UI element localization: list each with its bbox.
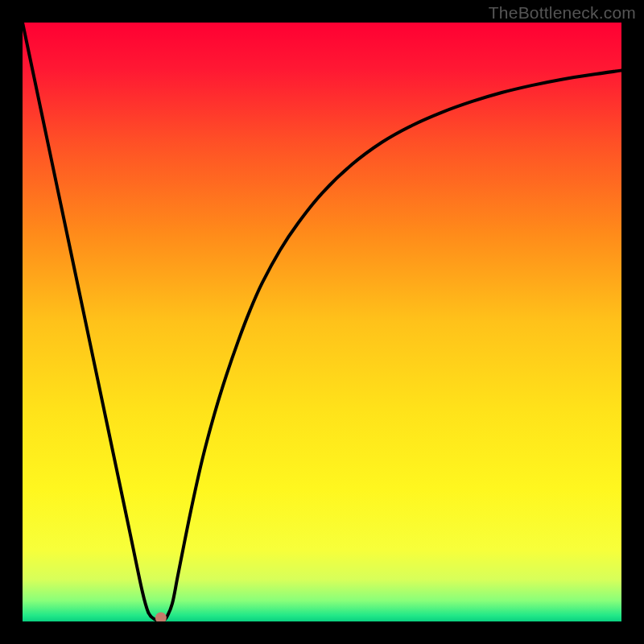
- chart-svg: [23, 23, 621, 621]
- gradient-background: [23, 23, 621, 621]
- plot-area: [23, 23, 621, 621]
- chart-frame: TheBottleneck.com: [0, 0, 644, 644]
- credit-label: TheBottleneck.com: [489, 3, 636, 23]
